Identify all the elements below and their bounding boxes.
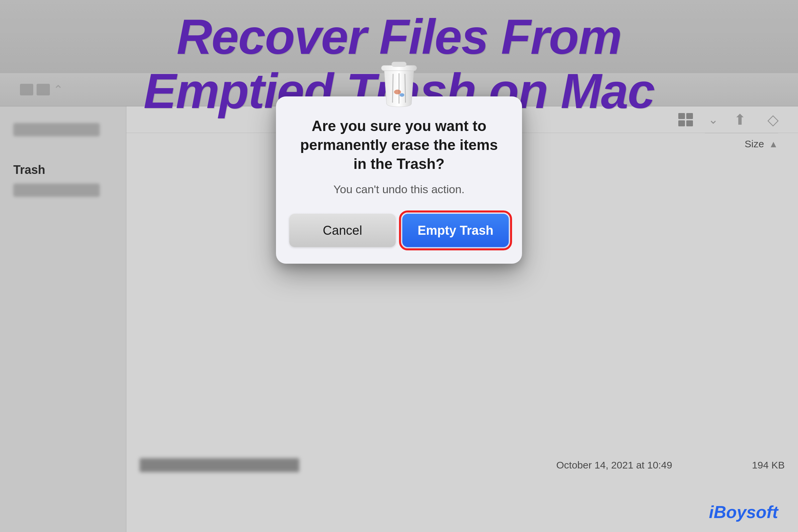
dialog-body: Are you sure you want to permanently era… [276, 96, 522, 210]
iboysoft-brand: iBoysoft [709, 502, 778, 522]
cancel-button[interactable]: Cancel [289, 214, 396, 247]
confirm-dialog: Are you sure you want to permanently era… [276, 96, 522, 264]
trash-icon-container [369, 53, 429, 113]
dialog-subtitle: You can't undo this action. [296, 182, 502, 197]
dialog-title: Are you sure you want to permanently era… [296, 116, 502, 174]
trash-can-icon [373, 57, 425, 110]
dialog-buttons: Cancel Empty Trash [276, 214, 522, 247]
empty-trash-button[interactable]: Empty Trash [402, 214, 509, 247]
svg-point-9 [394, 90, 401, 94]
iboysoft-name: Boysoft [714, 502, 778, 522]
svg-line-6 [392, 74, 393, 102]
svg-rect-5 [392, 62, 406, 66]
iboysoft-prefix: i [709, 502, 714, 522]
svg-point-10 [400, 93, 404, 97]
svg-line-8 [405, 74, 406, 102]
